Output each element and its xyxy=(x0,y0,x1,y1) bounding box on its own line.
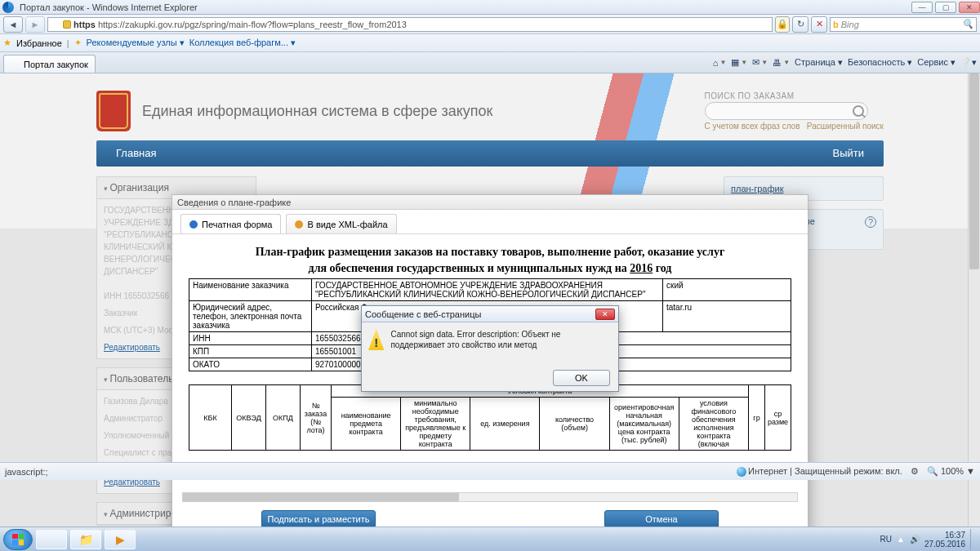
site-header: Единая информационная система в сфере за… xyxy=(96,82,884,140)
cancel-button[interactable]: Отмена xyxy=(604,510,719,528)
warning-icon xyxy=(368,329,384,350)
window-titlebar: Портал закупок - Windows Internet Explor… xyxy=(0,0,980,15)
favorites-star-icon[interactable]: ★ xyxy=(3,38,11,48)
ssl-dropdown[interactable]: 🔒 xyxy=(775,16,790,33)
search-label: ПОИСК ПО ЗАКАЗАМ xyxy=(705,91,884,100)
close-button[interactable]: ✕ xyxy=(959,2,980,13)
alert-message: Cannot sign data. Error description: Объ… xyxy=(390,329,612,350)
modal-title: Сведения о плане-графике xyxy=(172,195,808,210)
status-gear[interactable]: ⚙ xyxy=(911,466,919,477)
stop-button[interactable]: ✕ xyxy=(811,16,827,33)
browser-tab[interactable]: Портал закупок xyxy=(3,55,96,73)
feeds-menu[interactable]: ▦▼ xyxy=(731,57,747,68)
tab-favicon xyxy=(11,60,20,69)
nav-exit[interactable]: Выйти xyxy=(813,140,884,167)
site-navbar: Главная Выйти xyxy=(96,140,884,167)
address-bar: ◄ ► httpshttps://zakupki.gov.ru/pgz/spri… xyxy=(0,15,980,34)
status-left-text: javascript:; xyxy=(5,467,48,477)
show-desktop[interactable] xyxy=(970,529,977,550)
web-slice-gallery[interactable]: Коллекция веб-фрагм... ▾ xyxy=(189,38,296,48)
tray-flag-icon[interactable]: ▲ xyxy=(897,535,905,544)
help-menu[interactable]: ❔▾ xyxy=(960,57,977,68)
lock-icon xyxy=(63,20,71,29)
contract-table-header: КБК ОКВЭД ОКПД № заказа (№ лота) Условия… xyxy=(189,384,791,451)
taskbar: 📁 ▶ RU ▲ 🔊 16:3727.05.2016 xyxy=(0,527,980,551)
favorites-bar: ★ Избранное | ✦ Рекомендуемые узлы ▾ Кол… xyxy=(0,34,980,52)
info-icon[interactable]: ? xyxy=(865,216,876,228)
zoom-control[interactable]: 🔍 100% ▼ xyxy=(927,466,975,477)
status-bar: javascript:; Интернет | Защищенный режим… xyxy=(0,462,980,480)
print-menu[interactable]: 🖶▼ xyxy=(773,58,790,68)
alert-ok-button[interactable]: OK xyxy=(553,370,610,386)
alert-title: Сообщение с веб-страницы xyxy=(365,309,481,319)
tools-menu[interactable]: Сервис ▾ xyxy=(917,57,956,68)
alert-close-button[interactable]: ✕ xyxy=(595,309,615,320)
protected-mode-label[interactable]: Интернет | Защищенный режим: вкл. xyxy=(748,466,902,476)
site-title: Единая информационная система в сфере за… xyxy=(142,103,492,120)
mail-menu[interactable]: ✉▼ xyxy=(752,57,768,68)
start-button[interactable] xyxy=(3,529,33,550)
search-icon: 🔍 xyxy=(962,19,973,29)
tray-lang[interactable]: RU xyxy=(880,535,892,544)
modal-tabs: Печатная форма В виде XML-файла xyxy=(172,210,808,234)
tab-xml[interactable]: В виде XML-файла xyxy=(286,214,396,233)
taskbar-ie-icon[interactable] xyxy=(36,530,67,549)
page-menu[interactable]: Страница ▾ xyxy=(795,57,843,68)
minimize-button[interactable]: — xyxy=(911,2,933,13)
doc-heading-1: План-график размещения заказов на постав… xyxy=(189,246,791,259)
nav-home[interactable]: Главная xyxy=(96,140,176,167)
globe-icon xyxy=(737,467,746,477)
dot-icon xyxy=(295,220,303,229)
alert-titlebar[interactable]: Сообщение с веб-страницы ✕ xyxy=(362,306,618,322)
home-menu[interactable]: ⌂▼ xyxy=(713,58,727,68)
window-title: Портал закупок - Windows Internet Explor… xyxy=(16,2,201,12)
modal-hscroll[interactable] xyxy=(182,492,798,502)
js-alert-dialog: Сообщение с веб-страницы ✕ Cannot sign d… xyxy=(361,305,619,392)
taskbar-explorer-icon[interactable]: 📁 xyxy=(70,530,101,549)
taskbar-media-icon[interactable]: ▶ xyxy=(105,530,136,549)
forward-button[interactable]: ► xyxy=(25,16,45,33)
tray-sound-icon[interactable]: 🔊 xyxy=(910,535,920,544)
site-search-input[interactable] xyxy=(705,102,868,120)
url-text: https://zakupki.gov.ru/pgz/spring/main-f… xyxy=(98,20,407,29)
tray-clock[interactable]: 16:3727.05.2016 xyxy=(924,531,965,549)
dot-icon xyxy=(189,220,198,229)
refresh-button[interactable]: ↻ xyxy=(792,16,808,33)
doc-heading-2: для обеспечения государственных и муници… xyxy=(189,262,791,275)
ie-icon xyxy=(2,2,14,13)
search-account-phrase[interactable]: С учетом всех фраз слов xyxy=(705,122,800,131)
tab-print-form[interactable]: Печатная форма xyxy=(180,214,281,233)
state-emblem-icon xyxy=(96,91,131,131)
sign-publish-button[interactable]: Подписать и разместить xyxy=(261,510,376,528)
url-field[interactable]: httpshttps://zakupki.gov.ru/pgz/spring/m… xyxy=(47,17,773,32)
magnifier-icon xyxy=(853,105,864,117)
suggested-icon: ✦ xyxy=(74,38,82,48)
maximize-button[interactable]: ▢ xyxy=(935,2,956,13)
back-button[interactable]: ◄ xyxy=(3,16,23,33)
advanced-search-link[interactable]: Расширенный поиск xyxy=(807,122,884,131)
favorites-label[interactable]: Избранное xyxy=(16,38,62,48)
safety-menu[interactable]: Безопасность ▾ xyxy=(848,57,912,68)
suggested-sites[interactable]: Рекомендуемые узлы ▾ xyxy=(87,38,185,48)
browser-search-box[interactable]: bBing 🔍 xyxy=(830,17,977,32)
page-icon xyxy=(51,20,60,29)
tab-strip: Портал закупок ⌂▼ ▦▼ ✉▼ 🖶▼ Страница ▾ Бе… xyxy=(0,52,980,73)
